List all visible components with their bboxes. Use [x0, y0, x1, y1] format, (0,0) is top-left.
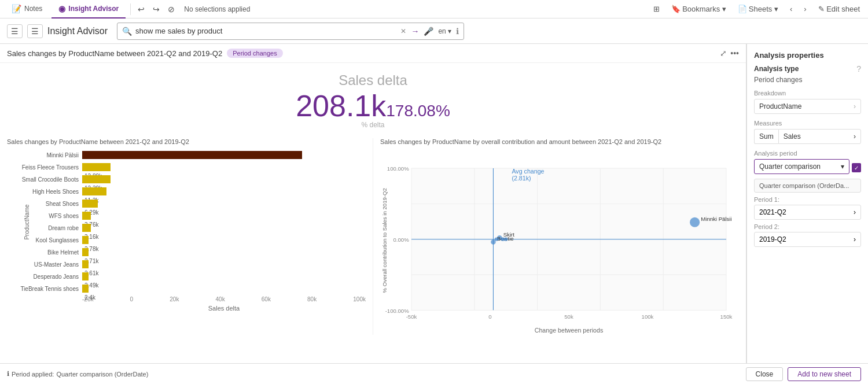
period-select[interactable]: Quarter comparison ▾: [754, 159, 849, 174]
bar-container: 3.76k: [82, 212, 366, 220]
nav-right: ⊞ 🔖 Bookmarks ▾ 📄 Sheets ▾ ‹ › ✎ Edit sh…: [650, 3, 863, 14]
second-toolbar: ☰ ☰ Insight Advisor 🔍 ✕ → 🎤 en ▾ ℹ: [0, 19, 868, 44]
charts-row: Sales changes by ProductName between 202…: [0, 134, 746, 339]
chart-header: Sales changes by ProductName between 202…: [0, 44, 746, 63]
bookmarks-label: Bookmarks ▾: [682, 5, 726, 13]
bar-row: Kool Sunglasses2.78k: [7, 235, 366, 245]
grid-view-btn[interactable]: ⊞: [650, 3, 663, 14]
close-button[interactable]: Close: [746, 367, 784, 381]
add-to-sheet-button[interactable]: Add to new sheet: [788, 367, 861, 381]
svg-text:50k: 50k: [564, 313, 573, 320]
bar-container: 11.3k: [82, 187, 366, 195]
bar-label: Feiss Fleece Trousers: [7, 164, 82, 171]
language-selector[interactable]: en ▾: [438, 27, 451, 35]
notes-icon: 📝: [12, 4, 21, 13]
measures-sum[interactable]: Sum: [754, 129, 778, 144]
bar-row: WFS shoes3.76k: [7, 211, 366, 221]
period1-label: Period 1:: [754, 196, 861, 203]
svg-text:-100.00%: -100.00%: [385, 308, 410, 314]
nav-redo-btn[interactable]: ↪: [150, 3, 162, 15]
svg-text:-50k: -50k: [406, 313, 417, 320]
bottom-info: ℹ Period applied: Quarter comparison (Or…: [7, 370, 148, 378]
analysis-period-label: Analysis period: [754, 150, 861, 157]
period2-label: Period 2:: [754, 223, 861, 230]
edit-sheet-btn[interactable]: ✎ Edit sheet: [815, 3, 863, 14]
more-options-btn[interactable]: •••: [730, 49, 739, 58]
breakdown-chevron: ›: [854, 102, 856, 110]
nav-cancel-btn[interactable]: ⊘: [165, 3, 177, 15]
search-icon: 🔍: [122, 27, 132, 36]
search-clear-icon[interactable]: ✕: [400, 27, 406, 35]
bar-row: Desperado Jeans2.49k: [7, 271, 366, 282]
svg-point-20: [690, 217, 700, 227]
tab-notes[interactable]: 📝 Notes: [5, 0, 49, 19]
nav-undo-btn[interactable]: ↩: [135, 3, 147, 15]
bar-label: US-Master Jeans: [7, 261, 82, 268]
scatter-chart-title: Sales changes by ProductName by overall …: [380, 138, 739, 145]
bar-label: Dream robe: [7, 225, 82, 231]
bar-fill: [82, 163, 111, 171]
analysis-properties-title: Analysis properties: [754, 51, 861, 60]
period-checkbox[interactable]: ✓: [852, 163, 861, 172]
nav-actions: ↩ ↪ ⊘: [135, 3, 177, 15]
bar-fill: [82, 272, 89, 280]
svg-text:(2.81k): (2.81k): [512, 175, 531, 182]
scatter-svg: Avg change(2.81k)100.00%0.00%-100.00%-50…: [380, 150, 739, 335]
search-input[interactable]: [135, 27, 398, 35]
bar-x-axis-label: Sales delta: [82, 305, 366, 312]
period-select-chevron: ▾: [841, 163, 844, 171]
bar-label: Minnki Pälsii: [7, 152, 82, 158]
scatter-chart-panel: Sales changes by ProductName by overall …: [373, 138, 746, 335]
measures-sales[interactable]: Sales ›: [778, 129, 861, 144]
delta-section: Sales delta 208.1k178.08% % delta: [0, 63, 746, 134]
right-panel-toggle[interactable]: ☰: [27, 24, 43, 38]
measures-chevron: ›: [854, 132, 856, 141]
toolbar-title: Insight Advisor: [47, 26, 108, 36]
nav-next-btn[interactable]: ›: [800, 3, 810, 14]
bar-container: 12.39k: [82, 175, 366, 183]
bar-label: Desperado Jeans: [7, 274, 82, 280]
expand-btn[interactable]: ⤢: [720, 49, 727, 58]
y-axis-label: ProductName: [24, 204, 30, 239]
bar-label: High Heels Shoes: [7, 189, 82, 195]
bookmarks-btn[interactable]: 🔖 Bookmarks ▾: [668, 3, 730, 14]
bar-container: 2.4k: [82, 285, 366, 293]
breakdown-item[interactable]: ProductName ›: [754, 99, 861, 114]
search-submit-icon[interactable]: →: [411, 27, 419, 36]
bar-row: Dream robe3.16k: [7, 223, 366, 233]
bar-row: High Heels Shoes11.3k: [7, 186, 366, 197]
bar-container: 2.71k: [82, 248, 366, 256]
measures-label: Measures: [754, 120, 861, 127]
bottom-bar: ℹ Period applied: Quarter comparison (Or…: [0, 363, 868, 384]
bar-label: Kool Sunglasses: [7, 237, 82, 243]
info-icon[interactable]: ℹ: [456, 27, 459, 36]
bar-container: 3.16k: [82, 224, 366, 232]
tab-notes-label: Notes: [24, 5, 42, 13]
mic-icon[interactable]: 🎤: [424, 27, 433, 36]
bar-fill: [82, 175, 111, 183]
left-panel-toggle[interactable]: ☰: [7, 24, 23, 38]
bar-row: US-Master Jeans2.61k: [7, 259, 366, 269]
sheets-btn[interactable]: 📄 Sheets ▾: [734, 3, 782, 14]
period-select-value: Quarter comparison: [759, 163, 821, 171]
help-icon[interactable]: ?: [856, 64, 861, 73]
period-applied-value: Quarter comparison (OrderDate): [56, 371, 148, 378]
bar-fill: [82, 212, 91, 220]
svg-point-28: [504, 237, 507, 241]
bar-container: 2.78k: [82, 236, 366, 244]
nav-prev-btn[interactable]: ‹: [786, 3, 796, 14]
svg-text:Avg change: Avg change: [512, 168, 544, 175]
period2-detail[interactable]: 2019-Q2 ›: [754, 232, 861, 247]
breakdown-label: Breakdown: [754, 90, 861, 97]
right-panel: Analysis properties Analysis type ? Peri…: [746, 44, 868, 363]
delta-value: 208.1k: [296, 89, 386, 123]
delta-percent: 178.08%: [386, 102, 450, 120]
bar-container: 2.61k: [82, 260, 366, 268]
search-bar: 🔍 ✕ → 🎤 en ▾ ℹ: [117, 23, 464, 40]
sheets-label: Sheets ▾: [749, 5, 778, 13]
top-nav: 📝 Notes ◉ Insight Advisor ↩ ↪ ⊘ No selec…: [0, 0, 868, 19]
tab-insight-advisor[interactable]: ◉ Insight Advisor: [52, 0, 126, 19]
measures-sales-label: Sales: [784, 132, 801, 141]
bar-fill: [82, 187, 106, 195]
period1-detail[interactable]: 2021-Q2 ›: [754, 205, 861, 220]
